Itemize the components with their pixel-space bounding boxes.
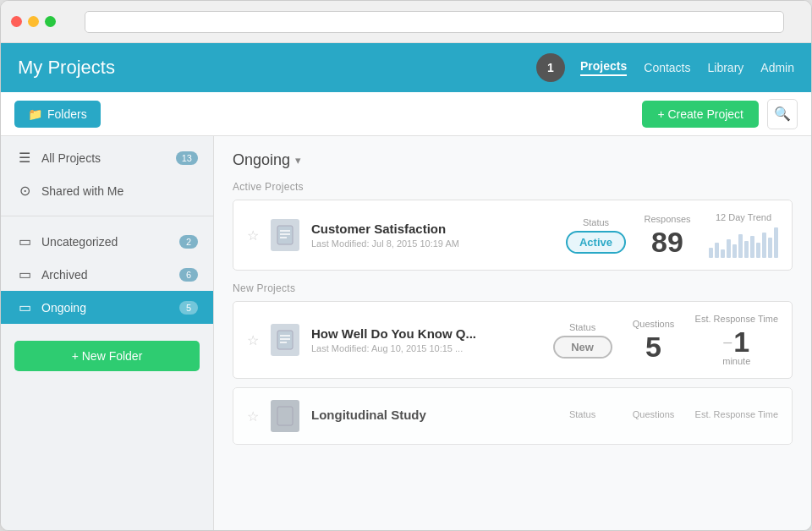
- est-response-col-bottom: Est. Response Time: [695, 409, 778, 423]
- status-label: Status: [566, 217, 626, 227]
- notification-badge[interactable]: 1: [536, 53, 565, 82]
- content-area: Ongoing ▾ Active Projects ☆ Customer Sat…: [214, 136, 811, 530]
- active-projects-label: Active Projects: [233, 181, 793, 193]
- archived-icon: ▭: [16, 266, 33, 282]
- new-folder-label: + New Folder: [72, 349, 143, 363]
- star-icon[interactable]: ☆: [247, 227, 259, 244]
- new-folder-button[interactable]: + New Folder: [14, 341, 200, 371]
- status-label-2: Status: [553, 322, 612, 332]
- sidebar-item-shared[interactable]: ⊙ Shared with Me: [1, 174, 213, 207]
- ongoing-icon: ▭: [16, 299, 33, 315]
- create-project-button[interactable]: + Create Project: [642, 101, 759, 128]
- rt-unit: minute: [722, 356, 750, 366]
- project-info-customer-satisfaction: Customer Satisfaction Last Modified: Jul…: [311, 222, 554, 249]
- app-window: My Projects 1 Projects Contacts Library …: [0, 0, 812, 531]
- project-card-customer-satisfaction: ☆ Customer Satisfaction Last Modified: J…: [233, 200, 793, 271]
- close-button[interactable]: [11, 16, 22, 27]
- app-title: My Projects: [18, 57, 536, 79]
- rt-dash: –: [723, 333, 732, 351]
- svg-rect-0: [277, 226, 293, 244]
- sidebar-divider-1: [1, 216, 213, 216]
- search-button[interactable]: 🔍: [767, 99, 798, 129]
- shared-label: Shared with Me: [41, 184, 198, 198]
- folders-button[interactable]: 📁 Folders: [14, 101, 101, 128]
- est-response-label-bottom: Est. Response Time: [695, 409, 778, 419]
- uncategorized-icon: ▭: [16, 233, 33, 249]
- project-info-longitudinal: Longitudinal Study: [311, 408, 541, 424]
- responses-label: Responses: [638, 214, 697, 224]
- project-name-2: How Well Do You Know Q...: [311, 326, 541, 341]
- questions-value: 5: [624, 332, 683, 361]
- header-right: 1 Projects Contacts Library Admin: [536, 53, 794, 82]
- create-label: + Create Project: [657, 107, 743, 121]
- new-projects-label: New Projects: [233, 282, 793, 294]
- sidebar-item-all-projects[interactable]: ☰ All Projects 13: [1, 141, 213, 174]
- search-icon: 🔍: [774, 106, 791, 122]
- questions-col-bottom: Questions: [624, 409, 683, 423]
- sidebar-item-archived[interactable]: ▭ Archived 6: [1, 258, 213, 291]
- sidebar: ☰ All Projects 13 ⊙ Shared with Me ▭ Unc…: [1, 136, 214, 530]
- ongoing-label: Ongoing: [41, 301, 171, 315]
- main-layout: ☰ All Projects 13 ⊙ Shared with Me ▭ Unc…: [1, 136, 811, 530]
- project-name-3: Longitudinal Study: [311, 408, 541, 422]
- status-column: Status Active: [566, 217, 626, 254]
- uncategorized-label: Uncategorized: [41, 235, 171, 249]
- trend-bar-8: [750, 236, 754, 258]
- trend-bar-3: [721, 249, 725, 258]
- trend-bars: [709, 226, 778, 258]
- trend-bar-4: [727, 239, 731, 258]
- trend-label: 12 Day Trend: [709, 212, 778, 222]
- section-title: Ongoing: [233, 151, 290, 169]
- nav-projects[interactable]: Projects: [580, 59, 627, 76]
- trend-bar-11: [768, 238, 772, 258]
- nav-contacts[interactable]: Contacts: [644, 61, 690, 74]
- nav-library[interactable]: Library: [708, 61, 744, 74]
- ongoing-badge: 5: [179, 301, 198, 315]
- toolbar: 📁 Folders + Create Project 🔍: [1, 92, 811, 136]
- status-badge-new[interactable]: New: [553, 336, 612, 359]
- survey-icon: [271, 219, 299, 251]
- sidebar-folders-section: ▭ Uncategorized 2 ▭ Archived 6 ▭ Ongoing…: [1, 220, 213, 329]
- trend-column: 12 Day Trend: [709, 212, 778, 258]
- trend-bar-9: [756, 243, 760, 258]
- dropdown-icon[interactable]: ▾: [295, 154, 301, 167]
- rt-row: – 1: [723, 327, 749, 356]
- svg-rect-8: [277, 407, 293, 425]
- project-meta: Last Modified: Jul 8, 2015 10:19 AM: [311, 238, 554, 249]
- traffic-lights: [11, 16, 56, 27]
- est-response-label: Est. Response Time: [695, 314, 778, 324]
- minimize-button[interactable]: [28, 16, 39, 27]
- survey-icon-3: [271, 400, 299, 432]
- title-bar: [1, 1, 811, 43]
- questions-column: Questions 5: [624, 319, 683, 361]
- project-info-how-well: How Well Do You Know Q... Last Modified:…: [311, 326, 541, 353]
- section-header: Ongoing ▾: [233, 151, 793, 169]
- trend-bar-12: [774, 227, 778, 258]
- trend-bar-5: [732, 244, 737, 258]
- archived-label: Archived: [41, 268, 171, 282]
- url-input[interactable]: [85, 11, 784, 33]
- trend-bar-2: [715, 243, 719, 258]
- folder-icon: 📁: [28, 107, 42, 121]
- status-badge-active[interactable]: Active: [566, 231, 626, 254]
- maximize-button[interactable]: [45, 16, 56, 27]
- nav-admin[interactable]: Admin: [760, 61, 794, 74]
- all-projects-icon: ☰: [16, 150, 33, 166]
- folders-label: Folders: [47, 107, 87, 121]
- uncategorized-badge: 2: [179, 235, 198, 249]
- archived-badge: 6: [179, 268, 198, 282]
- rt-value: 1: [733, 327, 749, 356]
- star-icon-3[interactable]: ☆: [247, 408, 259, 424]
- shared-icon: ⊙: [16, 183, 33, 199]
- questions-label: Questions: [624, 319, 683, 329]
- responses-value: 89: [638, 227, 697, 256]
- project-name: Customer Satisfaction: [311, 222, 554, 236]
- all-projects-label: All Projects: [41, 151, 167, 165]
- trend-bar-6: [738, 234, 743, 258]
- questions-label-bottom: Questions: [624, 409, 683, 419]
- trend-bar-7: [744, 241, 749, 258]
- sidebar-item-ongoing[interactable]: ▭ Ongoing 5: [1, 291, 213, 324]
- sidebar-item-uncategorized[interactable]: ▭ Uncategorized 2: [1, 225, 213, 258]
- star-icon-2[interactable]: ☆: [247, 332, 259, 348]
- survey-icon-2: [271, 324, 299, 356]
